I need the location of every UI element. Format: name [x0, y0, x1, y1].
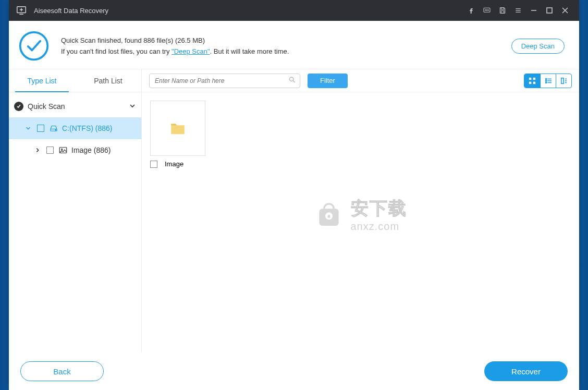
app-logo-icon [15, 4, 28, 17]
svg-rect-25 [533, 77, 535, 79]
view-list-button[interactable] [540, 74, 556, 88]
folder-icon [169, 119, 187, 137]
svg-point-32 [545, 82, 546, 83]
svg-rect-34 [561, 78, 563, 83]
svg-rect-27 [533, 81, 535, 83]
folder-thumb-item[interactable]: Image [150, 101, 205, 168]
svg-point-19 [55, 130, 56, 131]
menu-icon[interactable] [510, 3, 526, 18]
close-button[interactable] [557, 3, 573, 18]
app-window: Aiseesoft Data Recovery Quick S [9, 0, 579, 390]
deep-scan-link[interactable]: "Deep Scan" [172, 47, 210, 55]
drive-icon [48, 124, 59, 133]
sidebar-tabs: Type List Path List [9, 69, 141, 92]
sidebar: Type List Path List Quick Scan [9, 69, 142, 361]
svg-point-6 [486, 10, 487, 10]
svg-rect-14 [547, 8, 552, 13]
svg-point-21 [62, 149, 63, 150]
svg-rect-9 [501, 11, 504, 14]
content-area: Image 安下载 anxz.com [142, 92, 579, 361]
tab-type-list[interactable]: Type List [9, 69, 75, 92]
chevron-down-icon [129, 102, 136, 111]
tree-quick-scan[interactable]: Quick Scan [9, 95, 141, 117]
toolbar: Filter [142, 69, 579, 92]
svg-rect-8 [501, 8, 504, 9]
scan-summary: Quick Scan finished, found 886 file(s) (… [9, 21, 579, 69]
deep-scan-button[interactable]: Deep Scan [511, 39, 565, 54]
thumb-checkbox[interactable] [150, 161, 157, 168]
tree-drive-c[interactable]: C:(NTFS) (886) [9, 117, 141, 139]
save-icon[interactable] [495, 3, 510, 18]
svg-point-30 [545, 80, 546, 81]
success-check-icon [18, 30, 50, 62]
maximize-button[interactable] [542, 3, 557, 18]
search-input[interactable] [149, 74, 300, 88]
back-button[interactable]: Back [20, 361, 104, 381]
footer: Back Recover [9, 352, 579, 390]
svg-rect-38 [319, 209, 338, 226]
check-badge-icon [14, 102, 23, 111]
view-switch [524, 74, 572, 88]
svg-point-39 [325, 212, 333, 220]
folder-thumb-box [150, 101, 205, 156]
titlebar: Aiseesoft Data Recovery [9, 0, 579, 21]
tree-image-category[interactable]: Image (886) [9, 139, 141, 161]
feedback-icon[interactable] [479, 3, 495, 18]
app-title: Aiseesoft Data Recovery [34, 7, 108, 15]
chevron-down-icon [23, 125, 33, 131]
image-icon [58, 145, 68, 155]
summary-line1: Quick Scan finished, found 886 file(s) (… [61, 36, 289, 44]
svg-point-7 [488, 10, 488, 10]
drive-checkbox[interactable] [37, 125, 44, 132]
main-panel: Filter [142, 69, 579, 361]
image-checkbox[interactable] [46, 147, 54, 154]
svg-point-5 [485, 10, 486, 10]
filter-button[interactable]: Filter [308, 74, 348, 88]
view-detail-button[interactable] [556, 74, 571, 88]
minimize-button[interactable] [526, 3, 542, 18]
svg-rect-26 [529, 81, 531, 83]
watermark-bag-icon [314, 200, 344, 229]
recover-button[interactable]: Recover [484, 361, 568, 381]
thumb-label-text: Image [165, 160, 183, 168]
view-grid-button[interactable] [524, 74, 540, 88]
chevron-right-icon [33, 147, 42, 153]
summary-line2: If you can't find lost files, you can tr… [61, 47, 289, 55]
tab-path-list[interactable]: Path List [75, 69, 141, 92]
file-tree: Quick Scan C:(NTFS) (886) [9, 92, 141, 161]
svg-rect-24 [529, 77, 531, 79]
svg-point-28 [545, 78, 546, 79]
svg-point-17 [20, 32, 48, 60]
facebook-icon[interactable] [463, 3, 479, 18]
watermark: 安下载 anxz.com [314, 197, 407, 233]
